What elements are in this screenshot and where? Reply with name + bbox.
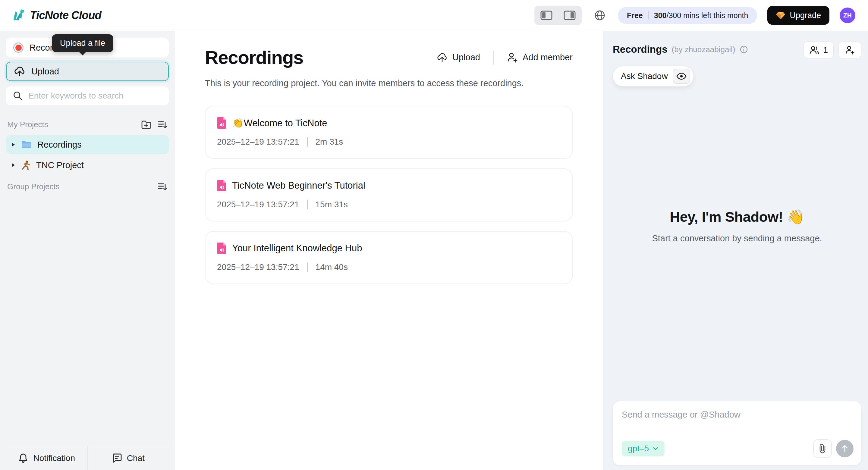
panel-add-member-button[interactable] [838,41,861,59]
upgrade-label: Upgrade [789,11,821,20]
recording-meta: 2025–12–19 13:57:21 2m 31s [217,137,561,147]
upload-button[interactable]: Upload [6,62,169,81]
audio-file-icon [217,180,226,191]
cloud-upload-icon [14,66,25,76]
language-button[interactable] [592,7,608,23]
send-icon [841,444,849,453]
caret-right-icon [11,142,16,147]
sort-projects-button[interactable] [157,120,167,129]
meta-divider [307,262,308,272]
bell-icon [18,453,28,464]
project-name: TNC Project [36,160,84,170]
search-input[interactable] [28,91,162,101]
plan-minutes-quota: /300 mins left this month [666,11,748,20]
plan-badge[interactable]: Free 300/300 mins left this month [618,7,757,24]
recording-list: 👏Welcome to TicNote 2025–12–19 13:57:21 … [205,106,572,284]
plan-name: Free [627,11,643,20]
recording-meta: 2025–12–19 13:57:21 15m 31s [217,200,561,209]
plan-minutes-left: 300 [654,11,667,20]
toggle-left-panel-button[interactable] [537,7,556,23]
recording-card[interactable]: Your Intelligent Knowledge Hub 2025–12–1… [205,231,572,284]
add-member-icon [507,53,518,63]
members-button[interactable]: 1 [804,41,834,59]
group-projects-label: Group Projects [7,182,59,191]
sidebar-footer: Notification Chat [6,446,169,470]
runner-icon [21,160,31,170]
info-icon[interactable] [740,45,748,54]
app-logo[interactable]: TicNote Cloud [11,8,101,22]
add-member-label: Add member [523,53,572,62]
chat-label: Chat [127,453,145,463]
blue-folder-icon [21,140,32,149]
recording-duration: 14m 40s [315,262,348,272]
my-projects-label: My Projects [7,120,48,129]
app-title: TicNote Cloud [30,9,101,22]
eye-toggle[interactable] [673,69,690,84]
upgrade-button[interactable]: Upgrade [767,6,830,25]
app-body: Upload a file Record Upload [0,31,868,470]
meta-divider [307,200,308,209]
attach-file-button[interactable] [813,439,832,458]
paperclip-icon [818,443,827,454]
recording-date: 2025–12–19 13:57:21 [217,262,299,272]
model-label: gpt–5 [628,444,649,453]
toggle-right-panel-button[interactable] [560,7,579,23]
sidebar-item-recordings[interactable]: Recordings [6,135,169,154]
recording-title: TicNote Web Beginner's Tutorial [232,180,365,191]
chat-bubble-icon [112,453,122,463]
header-controls: Free 300/300 mins left this month Upgrad… [534,6,855,25]
panel-owner: (by zhuozaabigail) [672,45,735,54]
upload-label: Upload [31,67,59,76]
add-member-button[interactable]: Add member [507,53,572,63]
app-window: TicNote Cloud [0,0,868,470]
recording-title: 👏Welcome to TicNote [232,118,327,129]
recording-card[interactable]: TicNote Web Beginner's Tutorial 2025–12–… [205,168,572,221]
recording-duration: 15m 31s [315,200,348,209]
new-project-button[interactable] [141,120,151,129]
sort-group-projects-button[interactable] [157,182,167,191]
tooltip-arrow [79,52,87,56]
caret-right-icon [11,162,16,168]
sidebar: Upload a file Record Upload [0,31,175,470]
sidebar-item-tnc-project[interactable]: TNC Project [6,156,169,175]
shadow-chat-panel: Recordings (by zhuozaabigail) [603,31,868,470]
message-input[interactable] [622,410,854,431]
plan-minutes: 300/300 mins left this month [654,11,748,20]
send-button[interactable] [836,440,854,457]
notification-label: Notification [33,453,75,463]
main-title-row: Recordings Upload [205,47,572,68]
logo-icon [11,8,25,22]
my-projects-header: My Projects [6,120,169,129]
page-description: This is your recording project. You can … [205,78,572,88]
message-composer: gpt–5 [613,401,861,465]
search-box [6,87,169,105]
page-title: Recordings [205,47,303,68]
meta-divider [307,137,308,147]
sort-icon [157,182,167,191]
panel-toggle-group [534,6,582,25]
recording-title: Your Intelligent Knowledge Hub [232,243,362,254]
ask-shadow-button[interactable]: Ask Shadow [613,66,693,87]
upload-tooltip: Upload a file [52,34,113,52]
shadow-welcome: Hey, I'm Shadow! 👋 Start a conversation … [613,87,861,401]
audio-file-icon [217,117,226,129]
chat-button[interactable]: Chat [87,446,169,470]
notification-button[interactable]: Notification [6,446,87,470]
gem-icon [776,11,785,20]
cloud-upload-icon [437,53,447,62]
recording-card[interactable]: 👏Welcome to TicNote 2025–12–19 13:57:21 … [205,106,572,159]
project-name: Recordings [37,140,82,150]
group-projects-header: Group Projects [6,182,169,191]
user-avatar[interactable]: ZH [840,7,855,23]
record-dot-icon [13,42,24,53]
main-upload-button[interactable]: Upload [437,53,480,62]
main-upload-label: Upload [453,53,480,62]
recording-duration: 2m 31s [315,137,343,147]
panel-header: Recordings (by zhuozaabigail) [613,41,861,59]
model-selector[interactable]: gpt–5 [622,441,664,457]
panel-left-icon [540,10,553,20]
panel-right-icon [564,10,576,20]
members-icon [809,45,819,55]
toggle-separator [558,10,558,21]
shadow-greeting-sub: Start a conversation by sending a messag… [652,233,822,244]
